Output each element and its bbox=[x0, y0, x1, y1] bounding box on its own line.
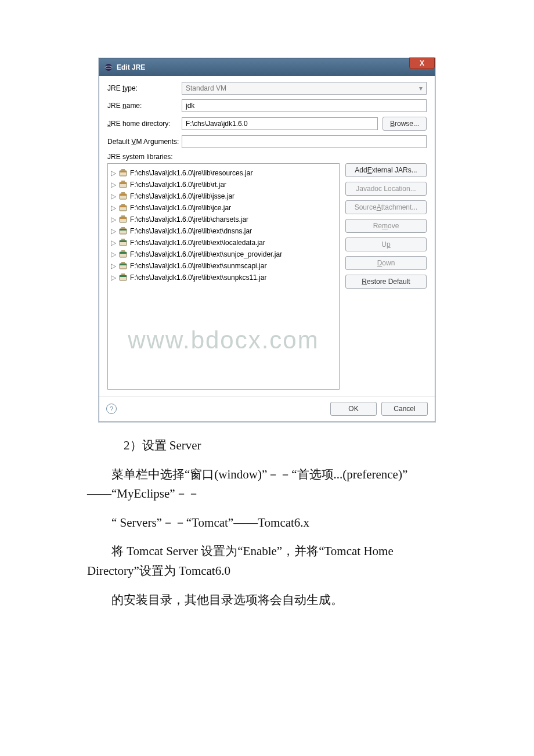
vm-args-label: Default VM Arguments: bbox=[107, 138, 182, 146]
tree-item[interactable]: ▷F:\chs\Java\jdk1.6.0\jre\lib\ext\sunpkc… bbox=[110, 272, 337, 283]
source-attachment-button: Source Attachment... bbox=[345, 200, 427, 214]
tree-item[interactable]: ▷F:\chs\Java\jdk1.6.0\jre\lib\jce.jar bbox=[110, 202, 337, 214]
jre-home-label: JRE home directory: bbox=[107, 120, 182, 128]
remove-button: Remove bbox=[345, 219, 427, 233]
doc-p3: “ Servers”－－“Tomcat”——Tomcat6.x bbox=[87, 513, 447, 533]
tree-item[interactable]: ▷F:\chs\Java\jdk1.6.0\jre\lib\jsse.jar bbox=[110, 190, 337, 202]
tree-item-path: F:\chs\Java\jdk1.6.0\jre\lib\ext\sunmsca… bbox=[130, 262, 266, 270]
jar-icon bbox=[118, 180, 128, 189]
jar-icon bbox=[118, 215, 128, 224]
svg-rect-22 bbox=[121, 239, 125, 240]
close-button[interactable]: X bbox=[409, 57, 435, 69]
tree-item[interactable]: ▷F:\chs\Java\jdk1.6.0\jre\lib\charsets.j… bbox=[110, 214, 337, 225]
svg-rect-10 bbox=[121, 192, 125, 194]
chevron-right-icon: ▷ bbox=[110, 239, 116, 247]
up-button: Up bbox=[345, 237, 427, 251]
down-button: Down bbox=[345, 256, 427, 270]
svg-rect-24 bbox=[120, 252, 127, 254]
chevron-right-icon: ▷ bbox=[110, 262, 116, 270]
svg-rect-30 bbox=[120, 275, 127, 277]
tree-item[interactable]: ▷F:\chs\Java\jdk1.6.0\jre\lib\rt.jar bbox=[110, 179, 337, 190]
svg-rect-18 bbox=[120, 229, 127, 231]
doc-p1: 2）设置 Server bbox=[87, 436, 447, 456]
tree-item[interactable]: ▷F:\chs\Java\jdk1.6.0\jre\lib\ext\locale… bbox=[110, 237, 337, 249]
jre-name-label: JRE name: bbox=[107, 102, 182, 110]
chevron-right-icon: ▷ bbox=[110, 227, 116, 235]
svg-rect-19 bbox=[121, 227, 125, 229]
chevron-right-icon: ▷ bbox=[110, 250, 116, 258]
watermark-text: www.bdocx.com bbox=[108, 326, 339, 354]
svg-rect-21 bbox=[120, 240, 127, 242]
tree-item-path: F:\chs\Java\jdk1.6.0\jre\lib\ext\sunpkcs… bbox=[130, 273, 266, 282]
tree-item-path: F:\chs\Java\jdk1.6.0\jre\lib\ext\localed… bbox=[130, 239, 265, 247]
jar-icon bbox=[118, 250, 128, 259]
jar-icon bbox=[118, 261, 128, 271]
chevron-right-icon: ▷ bbox=[110, 192, 116, 200]
jar-icon bbox=[118, 192, 128, 201]
side-buttons: Add External JARs... Javadoc Location...… bbox=[340, 163, 427, 390]
svg-rect-31 bbox=[121, 273, 125, 275]
svg-rect-16 bbox=[121, 215, 125, 217]
eclipse-icon bbox=[104, 63, 113, 72]
svg-rect-25 bbox=[121, 250, 125, 252]
close-icon: X bbox=[420, 59, 424, 67]
jre-type-label: JRE type: bbox=[107, 84, 182, 92]
restore-default-button[interactable]: Restore Default bbox=[345, 275, 427, 289]
tree-item-path: F:\chs\Java\jdk1.6.0\jre\lib\charsets.ja… bbox=[130, 215, 248, 224]
ok-button[interactable]: OK bbox=[330, 402, 377, 416]
chevron-down-icon: ▾ bbox=[419, 84, 423, 92]
doc-p5: 的安装目录，其他目录选项将会自动生成。 bbox=[87, 591, 447, 610]
jar-icon bbox=[118, 238, 128, 247]
svg-rect-3 bbox=[120, 171, 127, 172]
jar-icon bbox=[118, 168, 128, 178]
tree-item-path: F:\chs\Java\jdk1.6.0\jre\lib\rt.jar bbox=[130, 181, 226, 189]
svg-rect-12 bbox=[120, 206, 127, 207]
chevron-right-icon: ▷ bbox=[110, 273, 116, 282]
dialog-footer: ? OK Cancel bbox=[99, 397, 435, 422]
vm-args-input[interactable] bbox=[182, 135, 427, 148]
tree-item[interactable]: ▷F:\chs\Java\jdk1.6.0\jre\lib\ext\sunmsc… bbox=[110, 260, 337, 272]
jar-icon bbox=[118, 273, 128, 282]
chevron-right-icon: ▷ bbox=[110, 215, 116, 224]
jre-type-dropdown: Standard VM ▾ bbox=[182, 82, 427, 95]
tree-item-path: F:\chs\Java\jdk1.6.0\jre\lib\jce.jar bbox=[130, 204, 231, 212]
javadoc-location-button: Javadoc Location... bbox=[345, 182, 427, 196]
browse-button[interactable]: Browse... bbox=[383, 117, 427, 131]
cancel-button[interactable]: Cancel bbox=[381, 402, 428, 416]
titlebar[interactable]: Edit JRE X bbox=[99, 59, 435, 76]
tree-item[interactable]: ▷F:\chs\Java\jdk1.6.0\jre\lib\resources.… bbox=[110, 167, 337, 179]
doc-p2: 菜单栏中选择“窗口(window)”－－“首选项...(preference)”… bbox=[87, 465, 447, 504]
tree-item[interactable]: ▷F:\chs\Java\jdk1.6.0\jre\lib\ext\dnsns.… bbox=[110, 225, 337, 237]
svg-rect-13 bbox=[121, 204, 125, 206]
system-libraries-tree[interactable]: www.bdocx.com ▷F:\chs\Java\jdk1.6.0\jre\… bbox=[107, 163, 340, 390]
chevron-right-icon: ▷ bbox=[110, 204, 116, 212]
svg-rect-6 bbox=[120, 182, 127, 184]
svg-rect-4 bbox=[121, 169, 125, 171]
tree-item-path: F:\chs\Java\jdk1.6.0\jre\lib\jsse.jar bbox=[130, 192, 234, 200]
svg-rect-27 bbox=[120, 264, 127, 265]
tree-item-path: F:\chs\Java\jdk1.6.0\jre\lib\resources.j… bbox=[130, 169, 252, 177]
svg-rect-28 bbox=[121, 262, 125, 264]
sys-libs-label: JRE system libraries: bbox=[107, 153, 173, 161]
svg-rect-7 bbox=[121, 181, 125, 182]
svg-rect-9 bbox=[120, 194, 127, 196]
dialog-title: Edit JRE bbox=[117, 63, 145, 71]
add-external-jars-button[interactable]: Add External JARs... bbox=[345, 163, 427, 177]
tree-item-path: F:\chs\Java\jdk1.6.0\jre\lib\ext\dnsns.j… bbox=[130, 227, 252, 235]
chevron-right-icon: ▷ bbox=[110, 169, 116, 177]
help-icon[interactable]: ? bbox=[106, 404, 117, 414]
document-body: 2）设置 Server 菜单栏中选择“窗口(window)”－－“首选项...(… bbox=[87, 436, 447, 610]
edit-jre-dialog: Edit JRE X JRE type: Standard VM ▾ JRE n… bbox=[99, 58, 435, 422]
chevron-right-icon: ▷ bbox=[110, 181, 116, 189]
tree-item-path: F:\chs\Java\jdk1.6.0\jre\lib\ext\sunjce_… bbox=[130, 250, 282, 258]
svg-rect-15 bbox=[120, 217, 127, 219]
jre-name-input[interactable] bbox=[182, 99, 427, 112]
dialog-content: JRE type: Standard VM ▾ JRE name: JRE ho… bbox=[99, 76, 435, 397]
jar-icon bbox=[118, 203, 128, 213]
jre-type-value: Standard VM bbox=[186, 84, 226, 92]
tree-item[interactable]: ▷F:\chs\Java\jdk1.6.0\jre\lib\ext\sunjce… bbox=[110, 249, 337, 260]
doc-p4: 将 Tomcat Server 设置为“Enable”，并将“Tomcat Ho… bbox=[87, 542, 447, 581]
jar-icon bbox=[118, 226, 128, 236]
jre-home-input[interactable] bbox=[182, 117, 378, 130]
svg-point-0 bbox=[105, 64, 112, 71]
